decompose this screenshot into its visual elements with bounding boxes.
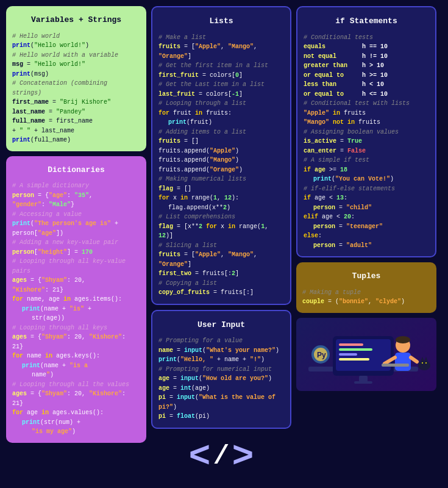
dict-comment-6: # Looping through all the values [12,380,140,390]
logo-area: < / > [151,439,291,475]
svg-rect-11 [395,353,411,371]
code-line: for x in range(1, 12): [158,193,284,203]
code-line: fruits = ["Apple", "Mango", [158,250,284,260]
code-line: fruits.append("Mango") [158,156,284,165]
code-line: print(name + "is a [12,361,140,371]
user-input-title: User Input [158,317,284,333]
slash: / [213,443,229,470]
code-line: first_fruit = colors[0] [158,71,284,81]
code-line: if age < 13: [304,193,429,203]
if-comment-5: # if-elif-else statements [304,184,429,194]
code-line: age = input("How old are you?") [158,374,284,384]
svg-rect-7 [359,376,368,382]
code-line: name") [12,370,140,380]
code-line: flag.append(x**2) [158,203,284,213]
code-line: ages = {"Shyam": 20, "Kishore": [12,389,140,399]
code-line: msg = "Hello world!" [12,60,140,70]
code-line: person["height"] = 170 [12,248,140,257]
variables-card: Variables + Strings # Hello world print(… [6,6,146,151]
code-line: print(str(num) + [12,418,140,428]
code-line: ages = {"Shyam": 20, [12,276,140,285]
code-line: last_name = "Pandey" [12,107,140,117]
code-line: print(full_name) [12,135,140,145]
if-comment-3: # Assigning boolean values [304,127,429,137]
code-line: first_two = fruits[:2] [158,269,284,279]
tuples-code: # Making a tuple couple = ("bonnie", "cl… [302,288,430,307]
code-line: + " " + last_name [12,126,140,136]
code-line: print("Hello world!") [12,41,140,51]
code-line: print("You can Vote!") [304,174,429,184]
code-line: flag = [] [158,184,284,194]
svg-rect-6 [339,358,369,361]
code-line: or equal to h >= 10 [304,71,429,81]
svg-rect-5 [339,353,357,356]
code-line: age = int(age) [158,384,284,393]
code-line: pi = input("What is the value of pi?") [158,393,284,412]
code-line: print("Hello, " + name + "!") [158,355,284,365]
code-line: for fruit in fruits: [158,109,284,118]
dictionaries-card: Dictionaries # A simple dictionary perso… [6,156,146,443]
dicts-code: # A simple dictionary person = {"age": "… [12,181,140,437]
svg-line-13 [411,357,417,362]
code-line: full_name = first_name [12,117,140,126]
code-line: "Orange"] [158,52,284,62]
code-line: not equal h != 10 [304,52,429,62]
svg-marker-16 [421,357,424,361]
svg-point-10 [396,336,410,343]
code-line: else: [304,231,429,241]
if-statements-card: if Statements # Conditional tests equals… [296,6,436,257]
comment-3: # Concatenation (combining strings) [12,79,140,98]
svg-marker-17 [424,357,428,361]
code-line: for name, age in ages.items(): [12,295,140,304]
code-line: person = {"age": "35", [12,191,140,201]
code-line: pi = float(pi) [158,412,284,422]
right-bracket: > [232,439,254,475]
lists-comment-4: # Looping through a list [158,99,284,109]
lists-comment-3: # Get the Last item in a list [158,80,284,90]
python-illustration: Py [296,318,436,391]
svg-rect-3 [339,343,363,346]
code-line: copy_of_fruits = fruits[:] [158,288,284,298]
code-line: 21} [12,342,140,352]
code-line: "Kishore": 21} [12,285,140,295]
code-line: ages = {"Shyam": 20, "Kishore": [12,332,140,342]
code-line: name = input("What's your name?") [158,346,284,356]
code-line: print("The person's age is" + [12,219,140,229]
lists-comment-5: # Adding items to a list [158,127,284,137]
code-line: or equal to h <= 10 [304,90,429,99]
dict-comment-5: # Looping through all keys [12,323,140,333]
svg-rect-8 [354,381,372,384]
code-line: person = "teenager" [304,222,429,232]
code-line: for age in ages.values(): [12,408,140,418]
code-line: greater than h > 10 [304,61,429,71]
code-line: "Apple" in fruits [304,109,429,118]
if-comment-4: # A simple if test [304,156,429,165]
variables-title: Variables + Strings [12,12,140,28]
code-line: 21} [12,399,140,409]
lists-card: Lists # Make a list fruits = ["Apple", "… [151,6,291,305]
code-line: "Orange"] [158,260,284,270]
dict-comment-1: # A simple dictionary [12,181,140,191]
code-line: flag = [x**2 for x in range(1, 12)] [158,222,284,241]
code-line: "is my age") [12,427,140,437]
tuples-title: Tuples [302,268,430,284]
code-line: str(age)) [12,314,140,323]
if-code: # Conditional tests equals h == 10 not e… [304,33,429,251]
lists-comment-8: # Slicing a list [158,241,284,251]
lists-comment-9: # Copying a list [158,279,284,289]
left-bracket: < [188,439,210,475]
code-line: last_fruit = colors[-1] [158,90,284,99]
code-line: person = "child" [304,203,429,213]
svg-point-18 [422,362,423,364]
tuples-card: Tuples # Making a tuple couple = ("bonni… [296,262,436,313]
lists-comment-6: # Making numerical lists [158,174,284,184]
input-comment-1: # Prompting for a value [158,336,284,346]
tuples-comment-1: # Making a tuple [302,288,430,298]
code-line: print(fruit) [158,118,284,127]
code-line: "gender": "Male"} [12,200,140,210]
python-figure: Py [296,318,436,391]
code-line: person = "adult" [304,241,429,251]
variables-code: # Hello world print("Hello world!") # He… [12,32,140,145]
code-line: fruits.append("Orange") [158,165,284,175]
lists-comment-1: # Make a list [158,33,284,43]
